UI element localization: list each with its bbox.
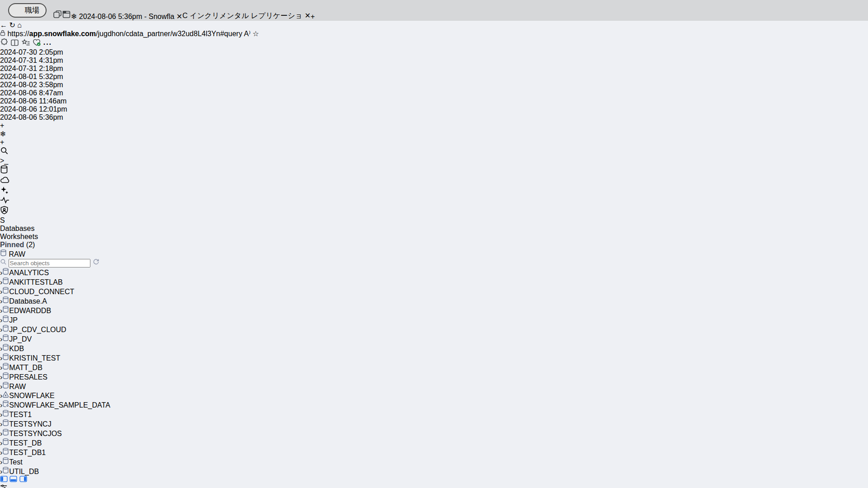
governance-shield-icon[interactable] — [0, 206, 868, 216]
database-name: JP — [9, 316, 18, 324]
cdata-favicon: C — [183, 12, 188, 19]
more-menu-icon[interactable]: ··· — [43, 40, 52, 48]
search-icon[interactable] — [0, 146, 868, 157]
pinned-item-raw[interactable]: RAW — [0, 249, 868, 258]
browser-addressbar: ← ↻ ⌂ https://app.snowflake.com/jugdhon/… — [0, 21, 868, 48]
worksheet-options-icon[interactable] — [0, 484, 868, 488]
ai-ml-sparkles-icon[interactable] — [0, 186, 868, 197]
database-icon — [2, 411, 9, 418]
database-icon — [2, 373, 9, 381]
database-name: PRESALES — [9, 373, 47, 381]
worksheet-tab[interactable]: 2024-07-31 2:18pm — [0, 65, 868, 73]
toggle-left-panel-icon[interactable] — [0, 476, 8, 482]
worksheet-tab[interactable]: 2024-07-30 2:05pm — [0, 48, 868, 56]
search-objects-input[interactable] — [9, 259, 90, 267]
collections-icon[interactable] — [21, 40, 32, 48]
worksheet-tab[interactable]: 2024-08-06 5:36pm — [0, 113, 868, 122]
database-list-item[interactable]: ›Database.A — [0, 296, 868, 305]
browser-profile-button[interactable]: 職場 — [8, 3, 47, 18]
marketplace-cloud-icon[interactable] — [0, 176, 868, 186]
database-icon — [2, 430, 9, 437]
worksheet-tab[interactable]: 2024-08-06 12:01pm — [0, 105, 868, 113]
activity-icon[interactable] — [0, 197, 868, 206]
profile-label: 職場 — [25, 6, 39, 15]
screen: 職場 ❄ 2024-08-06 5:36pm - Snowfla ✕ C インク… — [0, 0, 868, 488]
vertical-tabs-icon[interactable] — [62, 10, 71, 21]
database-list-item[interactable]: ›RAW — [0, 381, 868, 391]
database-list-item[interactable]: ›CLOUD_CONNECT — [0, 286, 868, 296]
close-tab-icon[interactable]: ✕ — [176, 13, 182, 20]
browser-essentials-icon[interactable] — [32, 40, 43, 48]
database-list-item[interactable]: ›ANALYTICS — [0, 267, 868, 277]
database-icon — [2, 449, 9, 456]
database-list-item[interactable]: ›ANKITTESTLAB — [0, 277, 868, 286]
worksheet-tabstrip: 2024-07-30 2:05pm2024-07-31 4:31pm2024-0… — [0, 48, 868, 130]
worksheet-card: SYSADMIN DEMO_WH (X-Small) Share ▶ ⌄ — [0, 484, 868, 488]
database-list-item[interactable]: ›TESTSYNCJ — [0, 419, 868, 428]
toggle-right-panel-icon[interactable] — [19, 476, 27, 482]
worksheet-tabs: 2024-07-30 2:05pm2024-07-31 4:31pm2024-0… — [0, 48, 868, 122]
favorite-star-icon[interactable]: ☆ — [253, 30, 259, 38]
database-list-item[interactable]: ›JP — [0, 315, 868, 324]
worksheets-nav-icon[interactable]: >_ — [0, 157, 868, 165]
database-list-item[interactable]: ›KDB — [0, 343, 868, 353]
database-icon — [0, 250, 9, 258]
database-list-item[interactable]: ›PRESALES — [0, 372, 868, 381]
worksheet-tab[interactable]: 2024-08-01 5:32pm — [0, 73, 868, 81]
close-tab-icon[interactable]: ✕ — [305, 12, 311, 19]
tab-worksheets[interactable]: Worksheets — [0, 233, 868, 241]
new-worksheet-tab-button[interactable]: + — [0, 122, 868, 130]
split-screen-icon[interactable] — [10, 40, 21, 48]
create-new-icon[interactable]: + — [0, 138, 868, 146]
database-icon — [2, 288, 9, 296]
read-aloud-icon[interactable]: A⁾ — [244, 30, 250, 38]
sidebar-tabs: Databases Worksheets — [0, 225, 868, 241]
database-list-item[interactable]: ›KRISTIN_TEST — [0, 353, 868, 362]
home-icon[interactable]: ⌂ — [17, 21, 22, 29]
browser-tab-snowflake[interactable]: ❄ 2024-08-06 5:36pm - Snowfla ✕ — [71, 12, 183, 21]
database-name: Test — [9, 458, 22, 466]
database-icon — [2, 269, 9, 277]
database-list-item[interactable]: ›MATT_DB — [0, 362, 868, 372]
data-nav-icon[interactable] — [0, 165, 868, 176]
url-bar[interactable]: https://app.snowflake.com/jugdhon/cdata_… — [0, 29, 868, 38]
database-name: KRISTIN_TEST — [9, 354, 60, 362]
extensions-puzzle-icon[interactable] — [0, 40, 10, 48]
workspaces-icon[interactable] — [53, 10, 62, 21]
database-list-item[interactable]: ›SNOWFLAKE_SAMPLE_DATA — [0, 400, 868, 409]
worksheet-tab[interactable]: 2024-07-31 4:31pm — [0, 56, 868, 65]
database-name: RAW — [9, 383, 26, 390]
database-icon — [2, 364, 9, 371]
worksheet-tab[interactable]: 2024-08-06 11:46am — [0, 97, 868, 105]
database-list-item[interactable]: ›EDWARDDB — [0, 305, 868, 315]
browser-new-tab-button[interactable]: + — [311, 13, 315, 21]
worksheet-header: SYSADMIN DEMO_WH (X-Small) Share ▶ ⌄ — [0, 484, 868, 488]
database-list-item[interactable]: ›TEST_DB — [0, 438, 868, 447]
database-list-item[interactable]: ›Test — [0, 457, 868, 466]
database-list-item[interactable]: ›UTIL_DB — [0, 466, 868, 476]
database-name: Database.A — [9, 297, 47, 305]
database-name: JP_DV — [9, 335, 32, 343]
sidebar: Databases Worksheets Pinned (2) RAW — [0, 225, 868, 484]
database-list-item[interactable]: ›TEST1 — [0, 409, 868, 419]
database-list-item[interactable]: ›TEST_DB1 — [0, 447, 868, 457]
database-name: EDWARDDB — [9, 307, 51, 314]
user-avatar[interactable]: S — [0, 216, 868, 225]
browser-tab-cdata[interactable]: C インクリメンタル レプリケーショ ✕ — [183, 11, 311, 21]
back-icon[interactable]: ← — [0, 21, 7, 29]
worksheet-tab[interactable]: 2024-08-06 8:47am — [0, 89, 868, 97]
toggle-bottom-panel-icon[interactable] — [9, 476, 17, 482]
tab-databases[interactable]: Databases — [0, 225, 868, 233]
snowflake-logo-icon[interactable]: ❄ — [0, 130, 868, 138]
database-name: TEST_DB1 — [9, 449, 46, 456]
database-list-item[interactable]: ›TESTSYNCJOS — [0, 428, 868, 438]
refresh-icon[interactable]: ↻ — [9, 21, 15, 29]
database-list-item[interactable]: ›SNOWFLAKE — [0, 391, 868, 400]
database-name: TESTSYNCJ — [9, 420, 51, 428]
search-icon — [0, 258, 7, 265]
worksheet-tab[interactable]: 2024-08-02 3:58pm — [0, 81, 868, 89]
database-list-item[interactable]: ›JP_CDV_CLOUD — [0, 324, 868, 334]
database-icon — [2, 420, 9, 428]
database-list-item[interactable]: ›JP_DV — [0, 334, 868, 343]
refresh-objects-icon[interactable] — [93, 258, 99, 265]
